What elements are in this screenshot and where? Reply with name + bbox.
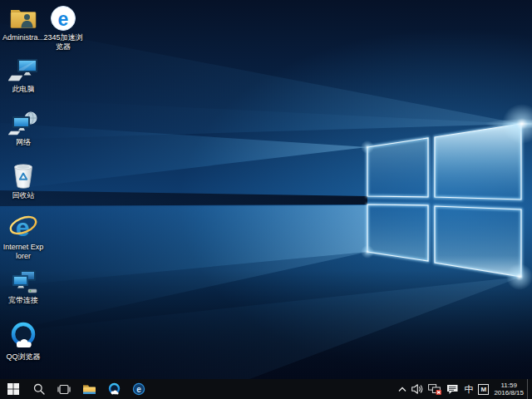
desktop-icon-label: 网络 [16, 138, 31, 147]
desktop-icon-user-folder[interactable]: Administra... [2, 5, 44, 42]
system-tray: 中 M 11:59 2016/8/15 [396, 379, 532, 399]
svg-text:e: e [58, 8, 69, 30]
desktop-icon-label: Internet Explorer [2, 243, 44, 261]
desktop-icon-recycle-bin[interactable]: 回收站 [2, 163, 44, 200]
qq-browser-icon [7, 321, 39, 351]
desktop-icon-qq-browser[interactable]: QQ浏览器 [2, 321, 44, 362]
network-status-button[interactable] [426, 379, 444, 399]
user-folder-icon [9, 5, 37, 32]
recycle-bin-icon [11, 163, 36, 190]
svg-text:e: e [136, 385, 141, 394]
windows-logo-icon [7, 383, 19, 395]
desktop-icon-label: 此电脑 [12, 85, 35, 94]
taskbar-clock[interactable]: 11:59 2016/8/15 [494, 382, 524, 397]
desktop-icon-internet-explorer[interactable]: e Internet Explorer [2, 214, 44, 261]
2345-browser-taskbar-button[interactable]: e [126, 379, 151, 399]
notifications-button[interactable] [444, 379, 461, 399]
file-explorer-icon [82, 383, 96, 395]
desktop-icon-2345-browser[interactable]: e 2345加速浏览器 [42, 5, 84, 52]
ime-mode-button[interactable]: 中 [461, 379, 475, 399]
desktop-icon-broadband-connection[interactable]: 宽带连接 [2, 268, 44, 305]
hidden-icons-chevron[interactable] [396, 379, 409, 399]
speaker-icon [411, 384, 423, 394]
desktop-icon-label: 回收站 [12, 191, 35, 200]
ime-mode-indicator: 中 [464, 379, 473, 399]
task-view-icon [57, 384, 71, 395]
desktop-icon-label: QQ浏览器 [6, 352, 40, 362]
file-explorer-button[interactable] [76, 379, 101, 399]
task-view-button[interactable] [52, 379, 76, 399]
qq-browser-taskbar-button[interactable] [101, 379, 126, 399]
clock-time: 11:59 [494, 382, 524, 390]
desktop-icon-label: Administra... [2, 33, 44, 42]
network-icon [8, 110, 38, 136]
taskbar: e [0, 379, 532, 399]
internet-explorer-icon: e [8, 214, 38, 241]
desktop-icon-this-pc[interactable]: 此电脑 [2, 57, 44, 94]
clock-date: 2016/8/15 [494, 389, 524, 397]
search-button[interactable] [27, 379, 52, 399]
wallpaper-windows-hero [0, 0, 532, 379]
desktop-surface[interactable]: Administra... e 2345加速浏览器 此电脑 [0, 0, 532, 379]
start-button[interactable] [0, 379, 27, 399]
ime-badge-button[interactable]: M [475, 379, 491, 399]
broadband-connection-icon [8, 268, 38, 294]
chevron-up-icon [398, 387, 406, 392]
show-desktop-button[interactable] [527, 379, 532, 399]
volume-button[interactable] [409, 379, 426, 399]
network-disconnected-icon [428, 384, 441, 395]
desktop-icon-network[interactable]: 网络 [2, 110, 44, 147]
desktop-icon-label: 2345加速浏览器 [42, 33, 84, 52]
this-pc-icon [8, 57, 38, 83]
search-icon [33, 383, 45, 395]
qq-browser-icon [107, 382, 121, 397]
2345-browser-icon: e [132, 382, 145, 396]
notification-bubble-icon [446, 384, 459, 395]
ime-badge: M [478, 384, 489, 395]
2345-browser-icon: e [50, 5, 76, 32]
desktop-icon-label: 宽带连接 [8, 296, 38, 305]
